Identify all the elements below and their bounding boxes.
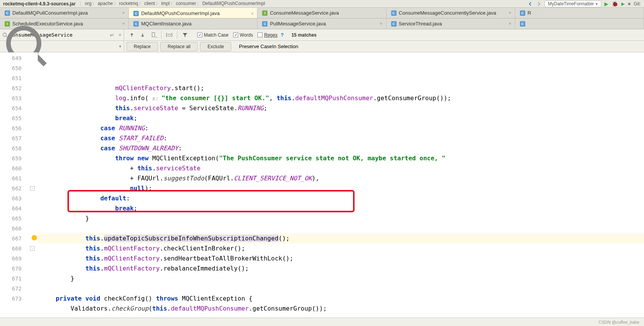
code-line[interactable]: + this.serviceState: [38, 163, 644, 173]
code-line[interactable]: throw new MQClientException("The PushCon…: [38, 153, 644, 163]
regex-checkbox[interactable]: Regex: [257, 32, 277, 38]
code-line[interactable]: }: [38, 213, 644, 223]
regex-help-icon[interactable]: ?: [281, 32, 284, 38]
find-close-icon[interactable]: ×: [118, 32, 121, 38]
class-icon: C: [520, 21, 525, 27]
editor-tab[interactable]: CR: [515, 8, 644, 18]
exclude-button[interactable]: Exclude: [200, 42, 231, 51]
code-line[interactable]: case START_FAILED:: [38, 133, 644, 143]
replace-all-button[interactable]: Replace all: [160, 42, 198, 51]
close-icon[interactable]: ×: [122, 21, 127, 26]
editor-tab[interactable]: IScheduledExecutorService.java×: [0, 18, 129, 29]
code-line[interactable]: this.mQClientFactory.rebalanceImmediatel…: [38, 264, 644, 274]
breadcrumb: 〉org〉apache〉rocketmq〉client〉impl〉consume…: [79, 0, 265, 7]
breadcrumb-item[interactable]: rocketmq: [119, 1, 138, 6]
editor-tab[interactable]: IConsumeMessageService.java: [257, 8, 386, 18]
code-line[interactable]: }: [38, 274, 644, 284]
fold-icon[interactable]: -: [30, 186, 35, 191]
filter-icon[interactable]: [180, 30, 190, 40]
breadcrumb-item[interactable]: DefaultMQPushConsumerImpl: [202, 1, 265, 6]
code-line[interactable]: this.serviceState = ServiceState.RUNNING…: [38, 103, 644, 113]
code-line[interactable]: case RUNNING:: [38, 123, 644, 133]
code-line[interactable]: Validators.checkGroup(this.defaultMQPush…: [38, 304, 644, 314]
code-line[interactable]: log.info( s: "the consumer [{}] start OK…: [38, 93, 644, 103]
editor-tabs-row-2: IScheduledExecutorService.java×CMQClient…: [0, 18, 644, 29]
interface-icon: I: [262, 10, 267, 16]
navigation-bar: rocketmq-client-4.9.3-sources.jar 〉org〉a…: [0, 0, 644, 8]
code-line[interactable]: null);: [38, 183, 644, 193]
fold-icon[interactable]: -: [30, 246, 35, 251]
code-line[interactable]: mQClientFactory.start();: [38, 83, 644, 93]
in-selection-checkbox[interactable]: In Selection: [272, 44, 298, 49]
git-label: Git:: [634, 1, 641, 7]
debug-icon[interactable]: 🐞: [612, 1, 618, 7]
tab-label: ServiceThread.java: [399, 21, 442, 27]
code-line[interactable]: this.mQClientFactory.checkClientInBroker…: [38, 244, 644, 254]
class-icon: C: [262, 21, 267, 27]
prev-match-icon[interactable]: [127, 30, 136, 40]
fold-gutter: --: [29, 52, 38, 326]
forward-icon[interactable]: [536, 1, 541, 7]
preserve-case-checkbox[interactable]: Preserve Case: [239, 44, 272, 49]
add-selection-icon[interactable]: [□]: [165, 30, 174, 40]
close-icon[interactable]: ×: [509, 21, 513, 26]
watermark: CSDN @coffee_babe: [599, 320, 639, 324]
match-count: 15 matches: [291, 32, 316, 38]
tab-label: ScheduledExecutorService.java: [12, 21, 83, 27]
code-line[interactable]: break;: [38, 113, 644, 123]
code-line[interactable]: [38, 223, 644, 234]
editor-tab[interactable]: CMQClientInstance.java: [129, 18, 257, 29]
replace-input[interactable]: [53, 44, 118, 49]
tab-label: DefaultMQPullConsumerImpl.java: [12, 10, 88, 16]
class-icon: C: [133, 11, 139, 16]
code-line[interactable]: default:: [38, 193, 644, 203]
select-all-icon[interactable]: ⎕̤: [149, 30, 158, 40]
code-line[interactable]: break;: [38, 203, 644, 213]
editor-tab[interactable]: C: [515, 18, 644, 29]
replace-button[interactable]: Replace: [126, 42, 158, 51]
close-icon[interactable]: ×: [509, 10, 513, 15]
class-icon: C: [5, 10, 10, 16]
close-icon[interactable]: ×: [251, 11, 256, 16]
replace-input-wrapper: ▾: [0, 41, 124, 52]
line-number-gutter: 6496506516526536546556566576586596606616…: [0, 52, 29, 326]
editor-tab[interactable]: CConsumeMessageConcurrentlyService.java×: [387, 8, 515, 18]
stop-icon[interactable]: ■: [628, 1, 631, 7]
breadcrumb-item[interactable]: consumer: [176, 1, 196, 6]
tab-label: ConsumeMessageService.java: [270, 10, 339, 16]
back-icon[interactable]: [528, 1, 533, 7]
match-case-checkbox[interactable]: ✓Match Case: [197, 32, 229, 38]
code-line[interactable]: case SHUTDOWN_ALREADY:: [38, 143, 644, 153]
class-icon: C: [520, 10, 525, 16]
words-checkbox[interactable]: ✓Words: [233, 32, 253, 38]
close-icon[interactable]: ×: [122, 10, 127, 15]
replace-bar: ▾ Replace Replace all Exclude Preserve C…: [0, 41, 644, 52]
breadcrumb-item[interactable]: client: [144, 1, 155, 6]
code-line[interactable]: this.mQClientFactory.sendHeartbeatToAllB…: [38, 254, 644, 264]
code-line[interactable]: this.updateTopicSubscribeInfoWhenSubscri…: [38, 234, 644, 244]
editor-tab[interactable]: CServiceThread.java×: [387, 18, 515, 29]
next-match-icon[interactable]: [138, 30, 147, 40]
code-area[interactable]: mQClientFactory.start(); log.info( s: "t…: [38, 52, 644, 326]
code-line[interactable]: [38, 284, 644, 294]
breadcrumb-item[interactable]: apache: [98, 1, 113, 6]
run-coverage-icon[interactable]: ▶: [621, 1, 625, 7]
toolbar-right: MyDateTimeFormatter ▾ ▶ 🐞 ▶ ■ Git:: [528, 0, 641, 7]
bulb-icon[interactable]: [32, 235, 37, 240]
replace-dropdown-icon[interactable]: ▾: [119, 44, 121, 49]
tab-label: PullMessageService.java: [270, 21, 326, 27]
run-icon[interactable]: ▶: [604, 1, 609, 7]
editor-tab[interactable]: CPullMessageService.java×: [257, 18, 386, 29]
editor-tab[interactable]: CDefaultMQPushConsumerImpl.java×: [129, 8, 257, 18]
interface-icon: I: [5, 21, 10, 27]
breadcrumb-item[interactable]: impl: [161, 1, 170, 6]
breadcrumb-item[interactable]: org: [85, 1, 91, 6]
close-icon[interactable]: ×: [380, 21, 385, 26]
editor-tab[interactable]: CDefaultMQPullConsumerImpl.java×: [0, 8, 129, 18]
code-line[interactable]: + FAQUrl.suggestTodo(FAQUrl.CLIENT_SERVI…: [38, 173, 644, 183]
editor-tabs-row-1: CDefaultMQPullConsumerImpl.java×CDefault…: [0, 8, 644, 18]
run-config-label: MyDateTimeFormatter: [548, 1, 594, 7]
editor[interactable]: 6496506516526536546556566576586596606616…: [0, 52, 644, 326]
code-line[interactable]: private void checkConfig() throws MQClie…: [38, 294, 644, 304]
run-config-dropdown[interactable]: MyDateTimeFormatter ▾: [545, 0, 602, 7]
